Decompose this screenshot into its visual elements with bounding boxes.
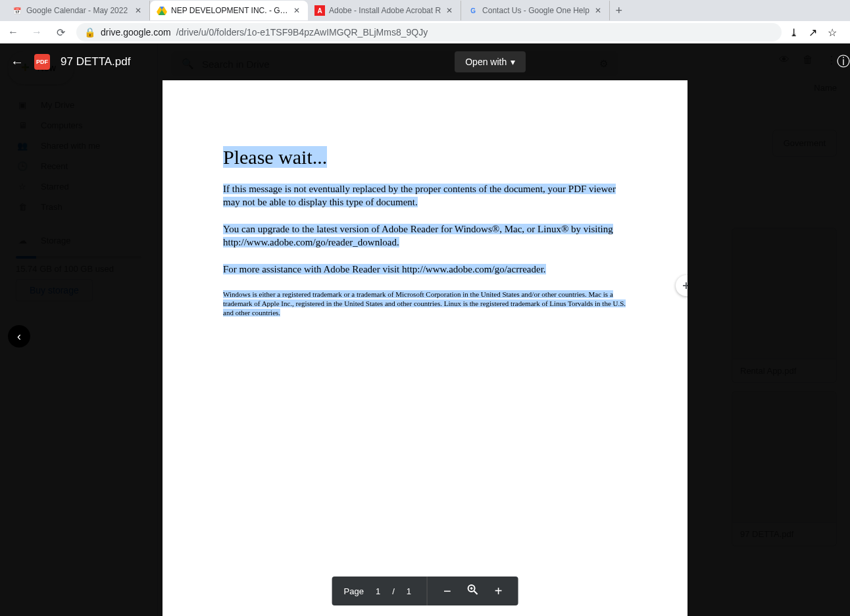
url-path: /drive/u/0/folders/1o-e1TSF9B4pzAwIMGQR_… [176,27,428,38]
bookmark-icon[interactable]: ☆ [828,26,837,39]
tab-bar: 📅 Google Calendar - May 2022 ✕ NEP DEVEL… [0,0,850,21]
open-with-button[interactable]: Open with ▾ [455,51,526,72]
pdf-paragraph: If this message is not eventually replac… [223,183,627,209]
browser-tab[interactable]: G Contact Us - Google One Help ✕ [461,1,610,20]
browser-tab[interactable]: 📅 Google Calendar - May 2022 ✕ [5,1,150,20]
close-icon[interactable]: ✕ [445,6,454,15]
page-indicator: Page 1 / 1 [332,577,428,605]
svg-rect-4 [683,285,688,286]
url-input[interactable]: 🔒 drive.google.com/drive/u/0/folders/1o-… [76,23,782,41]
calendar-favicon: 📅 [12,5,22,16]
help-icon[interactable]: ⓘ [837,53,850,70]
pdf-file-icon: PDF [34,54,50,70]
pdf-title: 97 DETTA.pdf [61,55,130,68]
install-icon[interactable]: ⤓ [789,26,798,39]
reload-button[interactable]: ⟳ [53,24,68,40]
browser-tab[interactable]: A Adobe - Install Adobe Acrobat R ✕ [308,1,461,20]
forward-button[interactable]: → [29,24,45,40]
pdf-paragraph: You can upgrade to the latest version of… [223,223,627,249]
browser-tab-active[interactable]: NEP DEVELOPMENT INC. - Goog ✕ [150,1,308,20]
svg-line-6 [474,591,478,594]
browser-chrome: 📅 Google Calendar - May 2022 ✕ NEP DEVEL… [0,0,850,43]
page-label: Page [344,586,364,596]
chevron-down-icon: ▾ [511,57,515,67]
back-button[interactable]: ← [5,24,21,40]
pdf-viewer-overlay: ← PDF 97 DETTA.pdf Open with ▾ ⓘ ‹ Pleas… [0,43,850,616]
url-domain: drive.google.com [101,27,171,38]
zoom-out-button[interactable]: − [439,584,455,599]
pdf-toolbar: Page 1 / 1 − + [332,577,518,605]
chrome-actions: ⤓ ↗ ☆ [789,26,845,39]
google-favicon: G [468,5,478,16]
prev-page-button[interactable]: ‹ [8,325,30,347]
pdf-page: Please wait... If this message is not ev… [162,80,688,616]
zoom-controls: − + [428,577,518,605]
adobe-favicon: A [314,5,325,16]
total-pages: 1 [403,586,415,596]
tab-title: NEP DEVELOPMENT INC. - Goog [171,6,288,15]
tab-title: Contact Us - Google One Help [482,6,589,15]
pdf-heading: Please wait... [223,146,327,168]
pdf-paragraph: For more assistance with Adobe Reader vi… [223,263,627,276]
close-icon[interactable]: ✕ [593,6,603,15]
lock-icon: 🔒 [84,27,95,38]
pdf-small-text: Windows is either a registered trademark… [223,290,627,318]
new-tab-button[interactable]: + [610,1,628,20]
address-bar: ← → ⟳ 🔒 drive.google.com/drive/u/0/folde… [0,21,850,43]
zoom-in-button[interactable]: + [491,584,507,599]
tab-title: Adobe - Install Adobe Acrobat R [329,6,441,15]
current-page[interactable]: 1 [372,586,384,596]
back-arrow-button[interactable]: ← [11,55,24,70]
page-separator: / [392,586,395,596]
pdf-header: ← PDF 97 DETTA.pdf Open with ▾ ⓘ [0,43,850,80]
close-icon[interactable]: ✕ [134,6,143,15]
close-icon[interactable]: ✕ [292,6,301,15]
add-shortcut-button[interactable] [676,275,688,296]
share-icon[interactable]: ↗ [809,26,817,39]
tab-title: Google Calendar - May 2022 [26,6,130,15]
zoom-reset-button[interactable] [463,584,483,599]
drive-favicon [157,5,167,16]
